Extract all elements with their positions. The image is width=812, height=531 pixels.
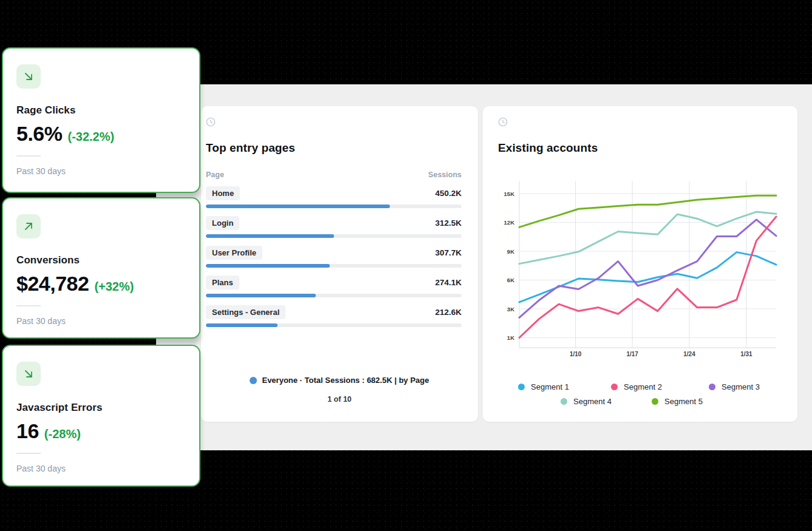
sessions-value: 312.5K [435, 218, 462, 228]
legend-dot [518, 384, 525, 390]
sessions-value: 274.1K [435, 278, 462, 287]
kpi-value: 16 [16, 419, 39, 443]
bar-track [206, 323, 462, 327]
bar-track [206, 264, 462, 268]
dashboard-page: Rage Clicks 5.6% (-32.2%) Past 30 days C… [0, 0, 812, 531]
divider [16, 453, 41, 454]
bar-fill [206, 234, 334, 238]
kpi-title: Conversions [16, 254, 186, 266]
legend-item-segment-2[interactable]: Segment 2 [611, 382, 662, 391]
svg-text:9K: 9K [507, 248, 514, 255]
card-title: Top entry pages [206, 141, 462, 155]
arrow-down-right-icon [16, 64, 41, 89]
kpi-card-conversions[interactable]: Conversions $24,782 (+32%) Past 30 days [2, 197, 200, 339]
column-header-page[interactable]: Page [206, 171, 224, 179]
bar-track [206, 205, 462, 208]
kpi-value: 5.6% [16, 122, 63, 146]
bar-fill [206, 294, 316, 297]
legend-dot [652, 398, 658, 405]
kpi-card-rage-clicks[interactable]: Rage Clicks 5.6% (-32.2%) Past 30 days [2, 47, 200, 193]
svg-text:1/10: 1/10 [570, 351, 582, 357]
svg-text:15K: 15K [504, 191, 515, 197]
legend-item-segment-5[interactable]: Segment 5 [652, 397, 703, 405]
svg-text:1/31: 1/31 [740, 351, 752, 357]
legend-item-segment-3[interactable]: Segment 3 [709, 382, 760, 391]
svg-text:1/17: 1/17 [626, 351, 638, 357]
existing-accounts-card: Existing accounts 15K12K9K6K3K1K1/101/17… [483, 106, 797, 422]
legend-label: Segment 2 [624, 382, 662, 391]
clock-icon [498, 117, 508, 127]
legend-label: Segment 4 [573, 397, 612, 406]
pagination[interactable]: 1 of 10 [201, 395, 478, 404]
legend-item-segment-1[interactable]: Segment 1 [518, 382, 569, 391]
bar-fill [206, 323, 278, 327]
kpi-value: $24,782 [16, 272, 89, 296]
sessions-value: 212.6K [435, 308, 462, 317]
legend-dot-everyone [250, 377, 257, 384]
bar-track [206, 234, 462, 238]
page-label[interactable]: Plans [206, 276, 239, 289]
table-row[interactable]: Login 312.5K [206, 216, 462, 238]
svg-text:3K: 3K [507, 306, 514, 313]
arrow-up-right-icon [16, 214, 41, 238]
legend-dot [561, 398, 567, 405]
kpi-period: Past 30 days [16, 166, 186, 176]
kpi-title: Javascript Errors [16, 402, 186, 414]
table-row[interactable]: Settings - General 212.6K [206, 305, 462, 327]
legend-label: Segment 3 [722, 382, 760, 391]
bar-track [206, 294, 462, 297]
column-header-sessions[interactable]: Sessions [428, 171, 462, 179]
kpi-delta: (+32%) [94, 280, 134, 294]
kpi-period: Past 30 days [16, 464, 186, 473]
kpi-delta: (-28%) [44, 427, 81, 441]
table-row[interactable]: Plans 274.1K [206, 276, 462, 297]
legend-item-segment-4[interactable]: Segment 4 [561, 397, 612, 405]
kpi-card-javascript-errors[interactable]: Javascript Errors 16 (-28%) Past 30 days [2, 345, 200, 487]
divider [16, 305, 41, 306]
legend-dot [611, 384, 618, 390]
legend-label: Segment 1 [531, 382, 569, 391]
clock-icon [206, 117, 216, 127]
kpi-delta: (-32.2%) [68, 130, 115, 144]
divider [16, 155, 41, 157]
top-entry-pages-card: Top entry pages Page Sessions Home 450.2… [201, 106, 478, 422]
legend-dot [709, 384, 715, 390]
svg-text:12K: 12K [504, 219, 515, 226]
page-label[interactable]: Home [206, 186, 240, 200]
table-row[interactable]: Home 450.2K [206, 186, 462, 208]
kpi-title: Rage Clicks [16, 104, 186, 117]
series-legend[interactable]: Everyone · Total Sessions : 682.5K | by … [262, 376, 429, 385]
kpi-period: Past 30 days [16, 316, 186, 326]
page-label[interactable]: User Profile [206, 246, 262, 260]
legend-label: Segment 5 [664, 397, 703, 406]
sessions-value: 450.2K [435, 189, 462, 198]
svg-text:1K: 1K [507, 334, 514, 341]
page-label[interactable]: Settings - General [206, 305, 285, 319]
sessions-value: 307.7K [435, 248, 462, 257]
svg-text:6K: 6K [507, 277, 514, 283]
bar-fill [206, 264, 330, 268]
bar-fill [206, 205, 390, 208]
page-label[interactable]: Login [206, 216, 239, 230]
svg-text:1/24: 1/24 [683, 351, 695, 357]
arrow-down-right-icon [16, 362, 41, 386]
card-title: Existing accounts [498, 141, 783, 155]
line-chart[interactable]: 15K12K9K6K3K1K1/101/171/241/31 [489, 176, 793, 364]
table-row[interactable]: User Profile 307.7K [206, 246, 462, 268]
